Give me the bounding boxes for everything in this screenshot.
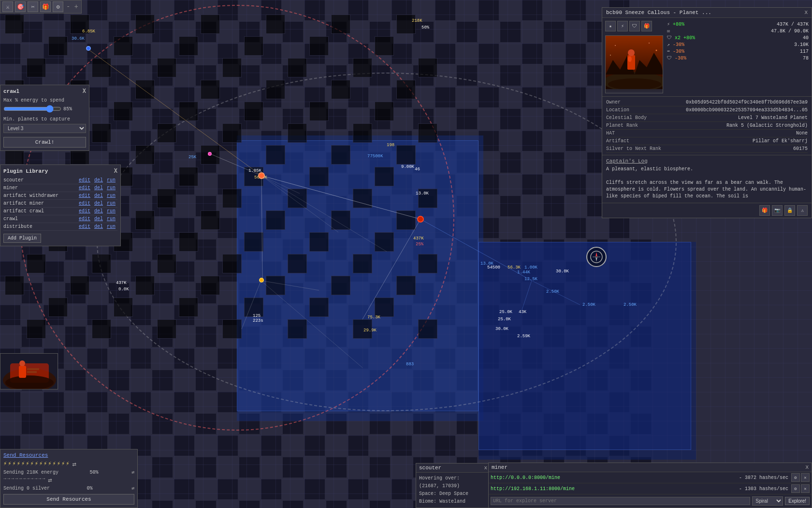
toolbar-sword-icon[interactable]: ⚔	[2, 1, 13, 12]
plugin-name-1: miner	[3, 185, 77, 191]
captains-log-title[interactable]: Captain's Log	[606, 158, 808, 164]
stat-range-icon: ➡ -30%	[667, 48, 684, 54]
plugin-action-run-6[interactable]: run	[105, 224, 117, 229]
location-val: 0x0000bcb9000322e25357094ea333d5b4834...…	[686, 107, 808, 113]
svg-marker-16	[595, 257, 597, 262]
plugin-action-del-6[interactable]: del	[92, 224, 105, 229]
planet-icon-1[interactable]: ★	[605, 21, 616, 31]
plugin-action-del-5[interactable]: del	[92, 216, 105, 222]
miner-header: miner X	[489, 463, 812, 472]
plugin-panel-close[interactable]: X	[114, 168, 117, 175]
planet-details: Owner 0xb05d95422bf8d5024f9c340e8f7bd696…	[602, 96, 812, 155]
send-resources-link[interactable]: Send Resources	[3, 452, 134, 458]
celestial-val: Level 7 Wasteland Planet	[738, 115, 808, 120]
arrow-7: →	[27, 476, 29, 484]
planet-info-content: ★ ⚡ 🛡 🎁	[602, 18, 812, 96]
miner-remove-btn-1[interactable]: ✕	[801, 484, 810, 493]
planet-marker-4[interactable]	[86, 46, 91, 51]
miner-url-row-1: http://192.168.1.11:8000/mine- 1303 hash…	[489, 483, 812, 494]
spiral-select[interactable]: Spiral Linear Random	[752, 496, 783, 506]
action-icon-lock[interactable]: 🔒	[784, 205, 795, 216]
plugin-action-edit-6[interactable]: edit	[77, 224, 92, 229]
action-icon-warning[interactable]: ⚠	[797, 205, 808, 216]
plugin-action-del-0[interactable]: del	[92, 178, 105, 183]
plugin-action-run-1[interactable]: run	[105, 185, 117, 191]
planet-marker-1[interactable]	[258, 172, 265, 179]
top-toolbar: ⚔ 🎯 ✂ 🎁 ⚙ - +	[0, 0, 82, 14]
miner-settings-btn-1[interactable]: ⚙	[791, 484, 800, 493]
plugin-name-6: distribute	[3, 224, 77, 229]
planet-portrait	[605, 35, 663, 93]
planet-icon-2[interactable]: ⚡	[617, 21, 628, 31]
plugin-row-miner: minereditdelrun	[3, 184, 117, 192]
toolbar-gift-icon[interactable]: 🎁	[40, 1, 51, 12]
toolbar-scissors-icon[interactable]: ✂	[28, 1, 38, 12]
energy-icon-12: ⚡	[53, 460, 56, 468]
planet-thumbnail[interactable]	[0, 353, 58, 389]
plugin-action-edit-0[interactable]: edit	[77, 178, 92, 183]
plugin-action-run-3[interactable]: run	[105, 201, 117, 206]
planet-marker-2[interactable]	[417, 216, 424, 223]
arrow-8: →	[30, 476, 33, 484]
detail-hat: HAT None	[606, 130, 808, 137]
add-plugin-button[interactable]: Add Plugin	[3, 234, 41, 243]
action-icon-gift[interactable]: 🎁	[759, 205, 770, 216]
scouter-close[interactable]: x	[484, 465, 487, 471]
miner-panel: miner X http://0.0.0.0:8000/mine- 3872 h…	[488, 463, 812, 508]
crawl-button[interactable]: Crawl!	[3, 137, 86, 148]
energy-toggle[interactable]: ⇄	[131, 469, 134, 475]
stat-shield: 🛡 -30% 78	[667, 55, 809, 61]
level-select[interactable]: Level 1 Level 2 Level 3 Level 4 Level 5	[3, 124, 86, 133]
miner-remove-btn-0[interactable]: ✕	[801, 473, 810, 482]
plugin-action-edit-4[interactable]: edit	[77, 209, 92, 214]
energy-icon-5: ⚡	[21, 460, 25, 468]
stat-defense: 🛡 x2 +80% 40	[667, 34, 809, 41]
explore-button[interactable]: Explore!	[785, 497, 810, 505]
planet-marker-3[interactable]	[259, 278, 264, 283]
plugin-action-edit-1[interactable]: edit	[77, 185, 92, 191]
arrow-2: →	[7, 476, 10, 484]
planet-marker-5[interactable]	[208, 152, 212, 156]
plugin-panel: Plugin Library X scoutereditdelrunminere…	[0, 164, 121, 246]
owner-val: 0xb05d95422bf8d5024f9c340e8f7bd696d67ee3…	[686, 100, 808, 105]
scouter-content: Hovering over: (21687, 17039) Space: Dee…	[416, 473, 490, 508]
stat-energy-icon: ⚡ +80%	[667, 21, 684, 27]
plugin-action-edit-3[interactable]: edit	[77, 201, 92, 206]
miner-close[interactable]: X	[805, 464, 809, 470]
plugin-list: scoutereditdelrunminereditdelrunartifact…	[3, 177, 117, 231]
plugin-action-run-4[interactable]: run	[105, 209, 117, 214]
action-icon-camera[interactable]: 📷	[772, 205, 783, 216]
sending-energy-label: Sending 218K energy	[3, 470, 58, 475]
silver-toggle[interactable]: ⇄	[131, 485, 134, 491]
crawl-panel-close[interactable]: X	[83, 88, 86, 95]
send-resources-button[interactable]: Send Resources	[3, 494, 134, 505]
planet-icon-4[interactable]: 🎁	[641, 21, 652, 31]
plugin-action-run-0[interactable]: run	[105, 178, 117, 183]
miner-rate-0: - 3872 hashes/sec	[739, 475, 788, 480]
plugin-action-run-5[interactable]: run	[105, 216, 117, 222]
scouter-panel: scouter x Hovering over: (21687, 17039) …	[416, 463, 491, 508]
energy-slider[interactable]	[3, 105, 61, 113]
toolbar-gear-icon[interactable]: ⚙	[53, 1, 63, 12]
plugin-name-4: artifact crawl	[3, 209, 77, 214]
plugin-action-run-2[interactable]: run	[105, 193, 117, 198]
biome-label: Biome: Wasteland	[419, 498, 487, 506]
planet-info-close[interactable]: X	[804, 10, 808, 15]
plugin-action-del-3[interactable]: del	[92, 201, 105, 206]
plugin-action-edit-5[interactable]: edit	[77, 216, 92, 222]
detail-silver-rank: Silver to Next Rank 60175	[606, 145, 808, 153]
arrow-5: →	[19, 476, 22, 484]
captains-log: Captain's Log A pleasant, elastic biosph…	[602, 155, 812, 203]
plugin-action-del-1[interactable]: del	[92, 185, 105, 191]
plugin-action-del-2[interactable]: del	[92, 193, 105, 198]
compass[interactable]	[586, 247, 607, 267]
explore-url-input[interactable]	[491, 497, 750, 505]
plugin-action-edit-2[interactable]: edit	[77, 193, 92, 198]
toolbar-plus[interactable]: +	[73, 3, 79, 11]
explore-row: Spiral Linear Random Explore!	[489, 494, 812, 508]
plugin-action-del-4[interactable]: del	[92, 209, 105, 214]
toolbar-target-icon[interactable]: 🎯	[15, 1, 26, 12]
miner-settings-btn-0[interactable]: ⚙	[791, 473, 800, 482]
planet-icon-3[interactable]: 🛡	[629, 21, 640, 31]
plugin-row-artifact-withdrawer: artifact withdrawereditdelrun	[3, 192, 117, 200]
